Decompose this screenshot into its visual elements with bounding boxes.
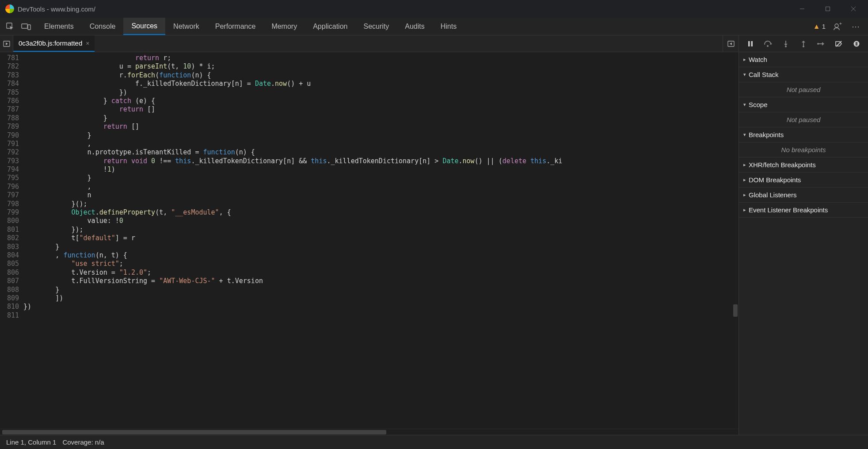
show-debugger-icon[interactable] [723,35,739,52]
window-title: DevTools - www.bing.com/ [18,5,95,13]
warning-icon: ▲ [813,23,820,31]
code-content[interactable]: return r; u = parseInt(t, 10) * i; r.for… [23,52,739,429]
debug-section-label: Scope [749,101,768,108]
svg-line-26 [836,41,841,46]
tab-network[interactable]: Network [165,18,207,35]
deactivate-breakpoints-button[interactable] [833,38,845,50]
debug-section-global[interactable]: Global Listeners [739,188,868,203]
svg-marker-24 [822,42,824,46]
pause-button[interactable] [744,38,757,50]
tab-hints[interactable]: Hints [433,18,464,35]
warning-badge[interactable]: ▲ 1 [813,23,826,31]
svg-point-27 [854,41,860,46]
debug-section-label: XHR/fetch Breakpoints [749,161,816,169]
cursor-position: Line 1, Column 1 [6,438,56,446]
svg-rect-14 [751,41,753,46]
close-tab-icon[interactable]: × [86,40,89,47]
debug-section-event[interactable]: Event Listener Breakpoints [739,203,868,218]
panel-tabs: ElementsConsoleSourcesNetworkPerformance… [36,18,464,35]
step-over-button[interactable] [762,38,774,50]
debug-section-body-breakpoints: No breakpoints [739,142,868,157]
pause-on-exceptions-button[interactable] [850,38,863,50]
debugger-toolbar [739,35,868,52]
tab-memory[interactable]: Memory [263,18,305,35]
devtools-toolbar: ElementsConsoleSourcesNetworkPerformance… [0,18,868,35]
debug-section-body-callstack: Not paused [739,82,868,97]
line-gutter: 7817827837847857867877887897907917927937… [0,52,23,429]
svg-point-16 [767,45,769,47]
debug-section-label: Breakpoints [749,131,784,138]
debug-section-breakpoints[interactable]: Breakpoints [739,127,868,142]
svg-marker-10 [6,42,8,45]
editor-tabbar: 0c3a2f0b.js:formatted × [0,35,739,52]
svg-point-25 [817,43,819,45]
debug-section-label: Global Listeners [749,191,796,199]
debug-section-scope[interactable]: Scope [739,97,868,112]
tab-performance[interactable]: Performance [207,18,264,35]
tab-security[interactable]: Security [355,18,397,35]
debugger-panel: WatchCall StackNot pausedScopeNot paused… [739,35,868,435]
device-toolbar-icon[interactable] [19,20,33,33]
inspect-element-icon[interactable] [4,20,17,33]
svg-rect-28 [856,42,857,46]
svg-rect-6 [28,25,30,30]
debug-sections: WatchCall StackNot pausedScopeNot paused… [739,52,868,435]
svg-text:+: + [839,22,842,26]
svg-marker-18 [784,44,788,46]
horizontal-scrollbar[interactable] [0,429,739,435]
scrollbar-thumb[interactable] [2,430,386,434]
debug-section-dom[interactable]: DOM Breakpoints [739,173,868,188]
feedback-icon[interactable]: + [831,20,844,33]
debug-section-label: Watch [749,56,767,63]
tab-elements[interactable]: Elements [36,18,82,35]
code-editor[interactable]: 7817827837847857867877887897907917927937… [0,52,739,429]
debug-section-label: DOM Breakpoints [749,176,801,184]
file-tab-name: 0c3a2f0b.js:formatted [19,39,82,47]
debug-section-label: Call Stack [749,71,779,78]
window-titlebar: DevTools - www.bing.com/ [0,0,868,18]
step-into-button[interactable] [780,38,792,50]
svg-rect-5 [22,24,27,28]
svg-rect-13 [748,41,750,46]
svg-rect-29 [857,42,857,46]
svg-point-19 [785,46,787,47]
file-tab[interactable]: 0c3a2f0b.js:formatted × [13,35,95,52]
app-icon [5,4,14,13]
svg-rect-1 [826,7,830,11]
maximize-button[interactable] [815,0,841,18]
editor-area: 0c3a2f0b.js:formatted × 7817827837847857… [0,35,739,435]
step-button[interactable] [815,38,827,50]
tab-audits[interactable]: Audits [397,18,432,35]
debug-section-xhr[interactable]: XHR/fetch Breakpoints [739,157,868,173]
debug-section-watch[interactable]: Watch [739,52,868,67]
statusbar: Line 1, Column 1 Coverage: n/a [0,435,868,449]
tab-console[interactable]: Console [82,18,124,35]
vertical-scrollbar[interactable] [732,52,739,429]
warning-count: 1 [822,23,826,30]
step-out-button[interactable] [797,38,810,50]
coverage-status: Coverage: n/a [62,438,104,446]
close-button[interactable] [841,0,866,18]
tab-sources[interactable]: Sources [123,18,165,35]
minimize-button[interactable] [789,0,815,18]
svg-marker-12 [730,42,732,45]
debug-section-callstack[interactable]: Call Stack [739,67,868,82]
svg-point-22 [803,46,804,47]
svg-marker-21 [802,41,805,42]
more-icon[interactable]: ⋯ [849,20,863,33]
debug-section-body-scope: Not paused [739,112,868,127]
show-navigator-icon[interactable] [0,35,13,52]
debug-section-label: Event Listener Breakpoints [749,206,828,214]
tab-application[interactable]: Application [305,18,355,35]
svg-point-7 [835,24,838,27]
